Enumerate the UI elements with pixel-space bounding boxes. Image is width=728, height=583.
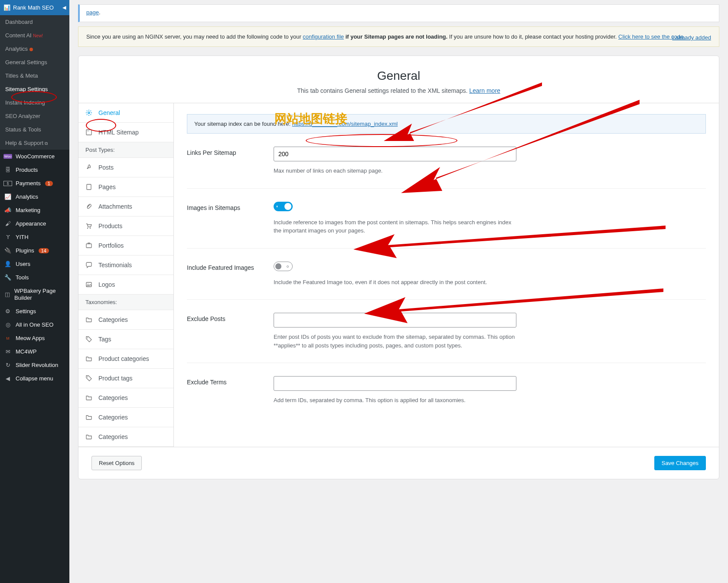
sidebar-item-products[interactable]: 🗄Products (0, 163, 69, 177)
folder-icon (85, 414, 93, 421)
save-changes-button[interactable]: Save Changes (654, 456, 706, 470)
sidebar-item-tools[interactable]: 🔧Tools (0, 271, 69, 284)
sidebar-item-plugins[interactable]: 🔌Plugins14 (0, 244, 69, 257)
submenu-content-ai[interactable]: Content AI New! (0, 29, 69, 42)
submenu-titles-meta[interactable]: Titles & Meta (0, 69, 69, 82)
yith-icon: ϒ (3, 234, 12, 240)
input-exclude-terms[interactable] (274, 376, 516, 391)
sidebar-item-settings[interactable]: ⚙Settings (0, 305, 69, 318)
footer-actions: Reset Options Save Changes (78, 447, 719, 479)
rankmath-icon: 📊 (3, 4, 10, 11)
tab-portfolios[interactable]: Portfolios (78, 236, 173, 255)
setting-links-per-sitemap: Links Per Sitemap Max number of links on… (187, 147, 706, 189)
submenu-sitemap-settings[interactable]: Sitemap Settings (0, 82, 69, 96)
settings-column: Your sitemap index can be found here: ht… (174, 103, 719, 447)
sidebar-item-appearance[interactable]: 🖌Appearance (0, 217, 69, 230)
sidebar-item-slider-revolution[interactable]: ↻Slider Revolution (0, 358, 69, 372)
setting-featured-images: Include Featured Images Include the Feat… (187, 262, 706, 300)
sidebar-item-users[interactable]: 👤Users (0, 257, 69, 271)
setting-exclude-posts: Exclude Posts Enter post IDs of posts yo… (187, 313, 706, 363)
tab-section-taxonomies: Taxonomies: (78, 295, 173, 310)
reset-options-button[interactable]: Reset Options (91, 456, 142, 470)
submenu-general-settings[interactable]: General Settings (0, 56, 69, 69)
input-links-per-sitemap[interactable] (274, 147, 516, 161)
chart-icon: 📈 (3, 193, 12, 200)
meow-icon: M (3, 336, 12, 341)
submenu-status-tools[interactable]: Status & Tools (0, 123, 69, 136)
link-learn-more[interactable]: Learn more (469, 87, 500, 94)
mc4wp-icon: ✉ (3, 348, 12, 355)
submenu-dashboard[interactable]: Dashboard (0, 15, 69, 29)
collapse-icon: ◀ (3, 375, 12, 382)
folder-icon (85, 316, 93, 323)
page-title: General (87, 69, 710, 83)
sidebar-item-woocommerce[interactable]: WooWooCommerce (0, 150, 69, 163)
sidebar-item-collapse[interactable]: ◀Collapse menu (0, 372, 69, 385)
plugins-badge: 14 (39, 248, 49, 253)
tab-testimonials[interactable]: Testimonials (78, 255, 173, 275)
tab-general[interactable]: General (78, 103, 173, 123)
setting-images-in-sitemaps: Images in Sitemaps Include reference to … (187, 202, 706, 249)
input-exclude-posts[interactable] (274, 313, 516, 328)
sidebar-header-rankmath[interactable]: 📊 Rank Math SEO ◀ (0, 0, 69, 15)
external-link-icon: ⧉ (45, 141, 48, 146)
tab-categories-2[interactable]: Categories (78, 388, 173, 408)
archive-icon: 🗄 (3, 167, 12, 173)
tab-tags[interactable]: Tags (78, 330, 173, 349)
folder-icon (85, 355, 93, 362)
submenu-analytics[interactable]: Analytics (0, 42, 69, 56)
tag-icon (85, 336, 93, 343)
chat-icon (85, 262, 93, 269)
wrench-icon: 🔧 (3, 274, 12, 281)
tab-pages[interactable]: Pages (78, 177, 173, 197)
submenu-instant-indexing[interactable]: Instant Indexing (0, 96, 69, 109)
plug-icon: 🔌 (3, 247, 12, 254)
tag-icon (85, 375, 93, 382)
folder-icon (85, 433, 93, 440)
sidebar-item-meow[interactable]: MMeow Apps (0, 331, 69, 345)
folder-icon (85, 394, 93, 401)
toggle-featured-images[interactable] (274, 262, 293, 271)
main-content: page. Since you are using an NGINX serve… (69, 0, 728, 497)
tab-logos[interactable]: Logos (78, 275, 173, 295)
tab-categories-3[interactable]: Categories (78, 408, 173, 427)
sidebar-item-aioseo[interactable]: ◎All in One SEO (0, 318, 69, 331)
link-already-added[interactable]: I already added (672, 34, 711, 41)
html-icon (85, 129, 93, 136)
brush-icon: 🖌 (3, 220, 12, 227)
tab-posts[interactable]: Posts (78, 158, 173, 177)
tab-attachments[interactable]: Attachments (78, 197, 173, 216)
notice-nginx: Since you are using an NGINX server, you… (78, 26, 719, 47)
user-icon: 👤 (3, 261, 12, 267)
tab-categories-4[interactable]: Categories (78, 427, 173, 447)
clip-icon (85, 203, 93, 210)
setting-exclude-terms: Exclude Terms Add term IDs, separated by… (187, 376, 706, 418)
tab-product-categories[interactable]: Product categories (78, 349, 173, 369)
link-configuration-file[interactable]: configuration file (303, 33, 344, 40)
link-sitemap-url[interactable]: https://d________.com/sitemap_index.xml (292, 121, 398, 127)
sidebar-item-mc4wp[interactable]: ✉MC4WP (0, 345, 69, 358)
pin-icon (85, 164, 93, 171)
sidebar-item-yith[interactable]: ϒYITH (0, 230, 69, 244)
tab-product-tags[interactable]: Product tags (78, 369, 173, 388)
tab-html-sitemap[interactable]: HTML Sitemap (78, 123, 173, 142)
submenu-seo-analyzer[interactable]: SEO Analyzer (0, 109, 69, 123)
sliders-icon: ⚙ (3, 308, 12, 314)
sidebar-item-payments[interactable]: $Payments1 (0, 177, 69, 190)
sidebar-item-marketing[interactable]: 📣Marketing (0, 203, 69, 217)
submenu-help-support[interactable]: Help & Support⧉ (0, 136, 69, 150)
toggle-images-in-sitemaps[interactable] (274, 202, 293, 211)
rankmath-submenu: Dashboard Content AI New! Analytics Gene… (0, 15, 69, 150)
sidebar-item-wpbakery[interactable]: ◫WPBakery Page Builder (0, 284, 69, 305)
card-header: General This tab contains General settin… (78, 56, 719, 103)
sidebar-header-label: Rank Math SEO (13, 4, 54, 11)
tab-categories-1[interactable]: Categories (78, 310, 173, 330)
sidebar-item-analytics[interactable]: 📈Analytics (0, 190, 69, 203)
notice-top-link[interactable]: page (86, 9, 99, 16)
notification-dot-icon (29, 48, 33, 51)
woo-icon: Woo (3, 154, 12, 159)
dollar-icon: $ (3, 181, 12, 186)
chevron-left-icon: ◀ (62, 5, 66, 10)
page-icon (85, 183, 93, 190)
tab-products[interactable]: Products (78, 216, 173, 236)
